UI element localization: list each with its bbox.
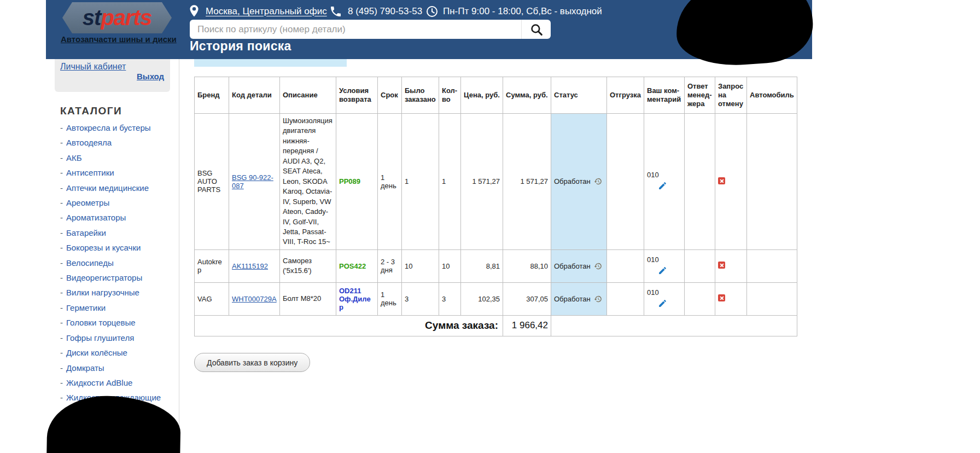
catalog-list-item[interactable]: -Аптечки медицинские: [60, 181, 178, 195]
table-header-row: БрендКод деталиОписаниеУсловия возвратаС…: [195, 77, 797, 114]
catalog-link[interactable]: Антисептики: [66, 168, 114, 177]
catalog-link[interactable]: Диски колёсные: [66, 348, 127, 357]
catalog-list-item[interactable]: -Домкраты: [60, 361, 178, 375]
return-code[interactable]: PP089: [339, 177, 360, 185]
catalog-link[interactable]: Вилки нагрузочные: [66, 288, 139, 297]
catalog-link[interactable]: Головки торцевые: [66, 318, 136, 327]
cancel-request-cell: [715, 114, 747, 250]
comment-text: 010: [647, 255, 681, 264]
catalog-list-item[interactable]: -Ароматизаторы: [60, 210, 178, 225]
column-header: Условия возврата: [336, 77, 378, 114]
table-row: Autokrep AK1115192 Саморез ('5x15.6') PO…: [195, 249, 797, 282]
column-header: Сумма, руб.: [503, 77, 551, 114]
catalog-link[interactable]: Видеорегистраторы: [66, 273, 142, 282]
catalog-link[interactable]: АКБ: [66, 153, 82, 162]
page: stparts Автозапчасти шины и диски Москва…: [0, 0, 980, 453]
return-terms-cell: POS422: [336, 249, 378, 282]
return-terms-cell: OD211 Оф.Дилер: [336, 282, 378, 315]
catalog-link[interactable]: Автоодеяла: [66, 138, 112, 147]
bullet-dash: -: [60, 393, 63, 402]
logo-tagline: Автозапчасти шины и диски: [61, 34, 177, 44]
working-hours: Пн-Пт 9:00 - 18:00, Сб,Вс - выходной: [443, 6, 602, 17]
catalog-list-item[interactable]: -Ареометры: [60, 195, 178, 210]
catalog-link[interactable]: Жидкости AdBlue: [66, 378, 132, 387]
logo[interactable]: stparts: [62, 2, 172, 33]
catalog-list-item[interactable]: -Автоодеяла: [60, 135, 178, 150]
catalog-link[interactable]: Автокресла и бустеры: [66, 123, 151, 132]
price-cell: 8,81: [461, 249, 503, 282]
part-code-link[interactable]: BSG 90-922-087: [232, 173, 273, 190]
bullet-dash: -: [60, 258, 63, 268]
catalog-link[interactable]: Велосипеды: [66, 258, 114, 268]
catalog-list-item[interactable]: -Головки торцевые: [60, 315, 178, 330]
column-header: Было заказано: [402, 77, 439, 114]
history-icon[interactable]: [594, 295, 602, 303]
catalog-list-item[interactable]: -Вилки нагрузочные: [60, 285, 178, 300]
history-icon[interactable]: [594, 177, 602, 185]
catalog-link[interactable]: Аптечки медицинские: [66, 183, 149, 193]
catalog-heading: КАТАЛОГИ: [60, 105, 122, 117]
edit-pencil-icon[interactable]: [658, 299, 667, 308]
return-code[interactable]: OD211 Оф.Дилер: [339, 287, 371, 311]
bullet-dash: -: [60, 228, 63, 237]
bullet-dash: -: [60, 378, 63, 387]
bullet-dash: -: [60, 153, 63, 162]
history-icon[interactable]: [594, 262, 602, 270]
catalog-link[interactable]: Домкраты: [66, 363, 104, 373]
ordered-cell: 3: [402, 282, 439, 315]
comment-cell: 010: [644, 114, 685, 250]
catalog-list-item[interactable]: -АКБ: [60, 150, 178, 165]
phone-icon: [329, 5, 342, 18]
comment-cell: 010: [644, 282, 685, 315]
sum-cell: 307,05: [503, 282, 551, 315]
cancel-request-icon[interactable]: [718, 262, 725, 269]
edit-pencil-icon[interactable]: [658, 181, 667, 190]
search-input[interactable]: [190, 20, 521, 39]
location-selector[interactable]: Москва, Центральный офис: [206, 6, 327, 17]
bullet-dash: -: [60, 273, 63, 282]
search-history-table: БрендКод деталиОписаниеУсловия возвратаС…: [194, 77, 797, 336]
catalog-list-item[interactable]: -Батарейки: [60, 225, 178, 240]
history-tab-strip: [194, 59, 347, 67]
shipment-cell: [607, 282, 644, 315]
logout-link[interactable]: Выход: [137, 72, 164, 81]
total-row: Сумма заказа: 1 966,42: [195, 315, 797, 336]
part-code-link[interactable]: WHT000729A: [232, 295, 277, 303]
catalog-link[interactable]: Гофры глушителя: [66, 333, 134, 342]
catalog-link[interactable]: Ареометры: [66, 198, 109, 207]
cancel-request-icon[interactable]: [718, 294, 725, 301]
catalog-list-item[interactable]: -Бокорезы и кусачки: [60, 240, 178, 255]
description-cell: Шумоизоляция двигателя нижняя-передняя /…: [280, 114, 336, 250]
column-header: Ваш ком-ментарий: [644, 77, 685, 114]
personal-cabinet-link[interactable]: Личный кабинет: [60, 62, 126, 72]
brand-cell: BSG AUTO PARTS: [195, 114, 229, 250]
catalog-link[interactable]: Ароматизаторы: [66, 213, 126, 222]
comment-text: 010: [647, 171, 681, 179]
catalog-link[interactable]: Герметики: [66, 303, 106, 312]
catalog-list-item[interactable]: -Автокресла и бустеры: [60, 120, 178, 135]
catalog-list-item[interactable]: -Гофры глушителя: [60, 330, 178, 345]
catalog-list-item[interactable]: -Видеорегистраторы: [60, 270, 178, 285]
column-header: Срок: [378, 77, 402, 114]
catalog-list-item[interactable]: -Антисептики: [60, 165, 178, 180]
add-order-to-cart-button[interactable]: Добавить заказ в корзину: [194, 353, 310, 372]
cancel-request-icon[interactable]: [718, 177, 725, 184]
code-cell: BSG 90-922-087: [229, 114, 280, 250]
column-header: Цена, руб.: [461, 77, 503, 114]
edit-pencil-icon[interactable]: [658, 266, 667, 275]
car-cell: [747, 114, 797, 250]
catalog-list-item[interactable]: -Жидкости AdBlue: [60, 375, 178, 390]
search-button[interactable]: [521, 20, 551, 39]
catalog-link[interactable]: Батарейки: [66, 228, 106, 237]
catalog-list-item[interactable]: -Герметики: [60, 300, 178, 315]
description-cell: Саморез ('5x15.6'): [280, 249, 336, 282]
catalog-list-item[interactable]: -Диски колёсные: [60, 345, 178, 360]
catalog-link[interactable]: Бокорезы и кусачки: [66, 243, 141, 252]
return-code[interactable]: POS422: [339, 262, 366, 270]
catalog-list-item[interactable]: -Велосипеды: [60, 255, 178, 270]
bullet-dash: -: [60, 138, 63, 147]
return-terms-cell: PP089: [336, 114, 378, 250]
status-cell: Обработан: [551, 114, 607, 250]
part-code-link[interactable]: AK1115192: [232, 262, 268, 270]
term-cell: 1 день: [378, 282, 402, 315]
